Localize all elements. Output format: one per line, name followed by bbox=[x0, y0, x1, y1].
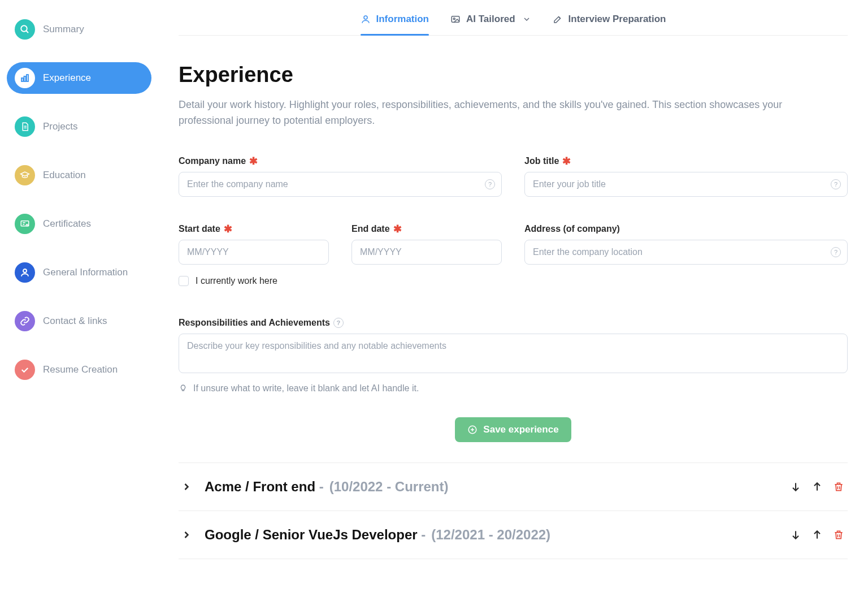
responsibilities-input[interactable] bbox=[179, 334, 848, 373]
chart-icon bbox=[15, 68, 35, 88]
check-icon bbox=[15, 360, 35, 380]
edit-icon bbox=[553, 14, 563, 24]
required-icon: ✱ bbox=[224, 224, 232, 234]
currently-work-label: I currently work here bbox=[196, 276, 277, 286]
field-end-date: End date✱ bbox=[351, 224, 502, 265]
sidebar-item-label: Education bbox=[43, 170, 86, 181]
document-icon bbox=[15, 116, 35, 137]
currently-work-here-row: I currently work here bbox=[179, 276, 848, 286]
address-input[interactable] bbox=[524, 240, 848, 265]
sidebar-item-certificates[interactable]: Certificates bbox=[7, 208, 151, 240]
sidebar-item-label: Experience bbox=[43, 72, 91, 84]
field-job-title: Job title✱ ? bbox=[524, 156, 848, 197]
help-icon[interactable]: ? bbox=[485, 179, 495, 189]
move-down-button[interactable] bbox=[789, 480, 802, 494]
field-address: Address (of company) ? bbox=[524, 224, 848, 265]
tab-label: Information bbox=[376, 14, 429, 25]
link-icon bbox=[15, 311, 35, 331]
move-up-button[interactable] bbox=[810, 528, 824, 542]
tab-interview-preparation[interactable]: Interview Preparation bbox=[553, 14, 666, 35]
move-up-button[interactable] bbox=[810, 480, 824, 494]
svg-point-11 bbox=[23, 269, 27, 273]
help-icon[interactable]: ? bbox=[831, 179, 841, 189]
svg-line-1 bbox=[26, 31, 28, 33]
end-date-input[interactable] bbox=[351, 240, 502, 265]
sidebar-item-general-information[interactable]: General Information bbox=[7, 257, 151, 288]
sidebar-item-education[interactable]: Education bbox=[7, 159, 151, 191]
expand-toggle[interactable] bbox=[181, 529, 192, 541]
sidebar-item-label: Projects bbox=[43, 121, 77, 132]
delete-button[interactable] bbox=[832, 480, 845, 494]
sidebar-item-label: Resume Creation bbox=[43, 364, 118, 375]
tab-label: AI Tailored bbox=[466, 14, 515, 25]
certificate-icon bbox=[15, 214, 35, 234]
field-responsibilities: Responsibilities and Achievements ? If u… bbox=[179, 318, 848, 394]
delete-button[interactable] bbox=[832, 528, 845, 542]
page-title: Experience bbox=[179, 63, 848, 87]
image-icon bbox=[450, 14, 461, 24]
field-company-name: Company name✱ ? bbox=[179, 156, 502, 197]
user-icon bbox=[361, 14, 371, 24]
page-description: Detail your work history. Highlight your… bbox=[179, 97, 800, 129]
field-start-date: Start date✱ bbox=[179, 224, 329, 265]
required-icon: ✱ bbox=[562, 156, 571, 166]
svg-point-14 bbox=[453, 18, 455, 20]
svg-rect-3 bbox=[24, 76, 26, 81]
responsibilities-hint: If unsure what to write, leave it blank … bbox=[193, 383, 419, 394]
sidebar: Summary Experience Projects Education Ce… bbox=[0, 0, 158, 601]
search-icon bbox=[15, 19, 35, 40]
lightbulb-icon bbox=[179, 384, 188, 393]
experience-list: Acme / Front end - (10/2022 - Current) G… bbox=[179, 462, 848, 559]
svg-point-12 bbox=[364, 16, 367, 19]
expand-toggle[interactable] bbox=[181, 481, 192, 492]
sidebar-item-contact-links[interactable]: Contact & links bbox=[7, 305, 151, 337]
experience-title: Acme / Front end - (10/2022 - Current) bbox=[205, 479, 776, 495]
sidebar-item-label: Certificates bbox=[43, 218, 91, 230]
sidebar-item-label: Summary bbox=[43, 24, 84, 35]
tab-label: Interview Preparation bbox=[568, 14, 666, 25]
sidebar-item-summary[interactable]: Summary bbox=[7, 14, 151, 45]
sidebar-item-label: Contact & links bbox=[43, 315, 107, 327]
svg-point-0 bbox=[21, 25, 27, 32]
experience-title: Google / Senior VueJs Developer - (12/20… bbox=[205, 527, 776, 543]
sidebar-item-label: General Information bbox=[43, 267, 128, 278]
job-title-input[interactable] bbox=[524, 172, 848, 197]
required-icon: ✱ bbox=[393, 224, 402, 234]
tabs: Information AI Tailored Interview Prepar… bbox=[179, 0, 848, 36]
sidebar-item-projects[interactable]: Projects bbox=[7, 111, 151, 142]
required-icon: ✱ bbox=[249, 156, 258, 166]
main-content: Information AI Tailored Interview Prepar… bbox=[158, 0, 868, 601]
svg-rect-4 bbox=[27, 75, 28, 81]
help-icon[interactable]: ? bbox=[831, 247, 841, 257]
move-down-button[interactable] bbox=[789, 528, 802, 542]
graduation-icon bbox=[15, 165, 35, 185]
svg-rect-2 bbox=[21, 78, 23, 81]
experience-item: Acme / Front end - (10/2022 - Current) bbox=[179, 462, 848, 511]
svg-point-10 bbox=[26, 224, 28, 226]
sidebar-item-resume-creation[interactable]: Resume Creation bbox=[7, 354, 151, 386]
save-experience-button[interactable]: Save experience bbox=[455, 417, 571, 442]
tab-ai-tailored[interactable]: AI Tailored bbox=[450, 14, 531, 35]
chevron-down-icon bbox=[522, 15, 531, 24]
start-date-input[interactable] bbox=[179, 240, 329, 265]
company-name-input[interactable] bbox=[179, 172, 502, 197]
help-icon[interactable]: ? bbox=[333, 318, 344, 328]
currently-work-checkbox[interactable] bbox=[179, 276, 189, 286]
plus-circle-icon bbox=[467, 425, 478, 435]
sidebar-item-experience[interactable]: Experience bbox=[7, 62, 151, 94]
tab-information[interactable]: Information bbox=[361, 14, 429, 35]
experience-item: Google / Senior VueJs Developer - (12/20… bbox=[179, 511, 848, 559]
person-icon bbox=[15, 262, 35, 283]
